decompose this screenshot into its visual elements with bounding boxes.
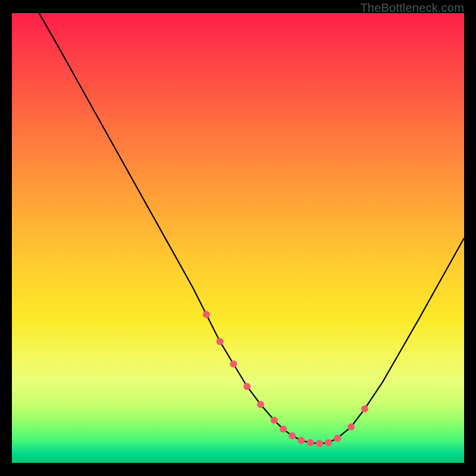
marker-point xyxy=(280,425,287,433)
bottleneck-curve xyxy=(39,13,464,444)
marker-point xyxy=(271,416,278,424)
marker-point xyxy=(230,361,237,368)
marker-point xyxy=(257,401,264,408)
marker-point xyxy=(203,311,210,318)
plot-area xyxy=(12,13,464,463)
marker-point xyxy=(243,383,250,390)
marker-point xyxy=(289,433,296,440)
marker-group xyxy=(203,311,368,447)
marker-point xyxy=(325,439,332,446)
chart-svg xyxy=(12,13,464,463)
marker-point xyxy=(217,338,224,345)
marker-point xyxy=(334,434,341,441)
marker-point xyxy=(361,405,368,412)
marker-point xyxy=(347,424,355,431)
marker-point xyxy=(316,440,323,447)
marker-point xyxy=(298,437,305,444)
chart-container: TheBottleneck.com xyxy=(0,0,476,476)
marker-point xyxy=(307,439,314,446)
